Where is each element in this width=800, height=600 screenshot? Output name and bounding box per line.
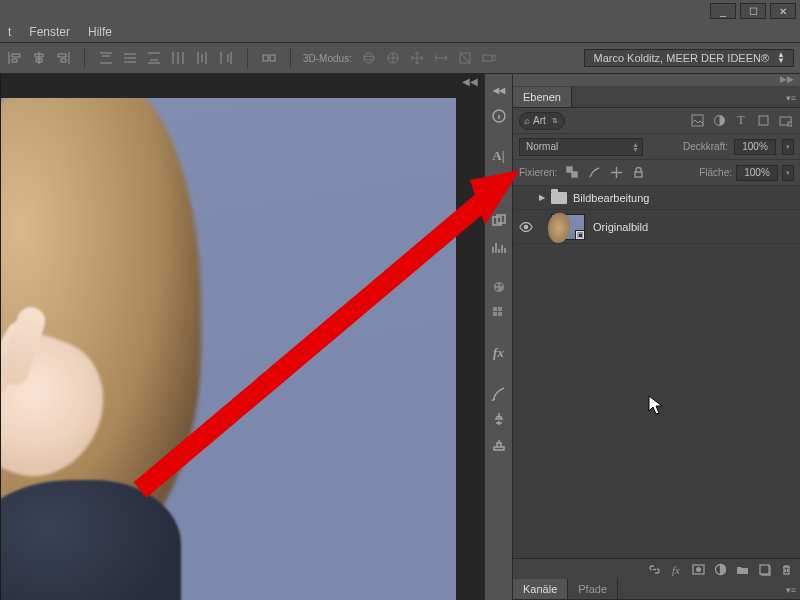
fill-label: Fläche:	[699, 167, 732, 178]
svg-rect-17	[498, 312, 502, 316]
workspace-switcher[interactable]: Marco Kolditz, MEER DER IDEEN® ▲▼	[584, 49, 794, 67]
blend-mode-dropdown[interactable]: Normal ▲▼	[519, 138, 643, 156]
collapse-right-icon[interactable]: ▶▶	[513, 74, 800, 86]
svg-rect-0	[263, 55, 268, 61]
navigator-panel-icon[interactable]	[487, 209, 511, 233]
align-left-icon[interactable]	[6, 49, 24, 67]
layer-filter-label: Art	[533, 115, 546, 126]
paragraph-panel-icon[interactable]: ¶	[487, 170, 511, 194]
filter-smartobject-icon[interactable]	[776, 112, 794, 130]
brush-panel-icon[interactable]	[487, 381, 511, 405]
svg-point-13	[495, 288, 497, 290]
window-close-button[interactable]: ✕	[770, 3, 796, 19]
canvas-area[interactable]: ◀◀	[0, 74, 484, 600]
tab-kanaele[interactable]: Kanäle	[513, 579, 568, 599]
menu-item-fenster[interactable]: Fenster	[29, 25, 70, 39]
new-layer-icon[interactable]	[754, 561, 774, 579]
layer-thumbnail[interactable]: ▣	[551, 214, 585, 240]
window-maximize-button[interactable]: ☐	[740, 3, 766, 19]
fill-step-icon[interactable]: ▾	[782, 165, 794, 181]
filter-adjustment-icon[interactable]	[710, 112, 728, 130]
link-layers-icon[interactable]	[644, 561, 664, 579]
filter-type-icon[interactable]: T	[732, 112, 750, 130]
3d-orbit-icon[interactable]	[360, 49, 378, 67]
tab-pfade[interactable]: Pfade	[568, 579, 618, 599]
panel-menu-icon[interactable]: ▾≡	[782, 93, 800, 107]
adjustment-layer-icon[interactable]	[710, 561, 730, 579]
svg-rect-21	[759, 116, 768, 125]
brush-presets-panel-icon[interactable]	[487, 407, 511, 431]
layer-filter-dropdown[interactable]: ⌕ Art ⇅	[519, 112, 565, 130]
mode3d-label: 3D-Modus:	[303, 53, 352, 64]
dropdown-arrows-icon: ▲▼	[777, 52, 785, 64]
right-panels: ▶▶ Ebenen ▾≡ ⌕ Art ⇅ T	[512, 74, 800, 600]
svg-rect-24	[567, 167, 572, 172]
auto-align-icon[interactable]	[260, 49, 278, 67]
options-bar: 3D-Modus: Marco Kolditz, MEER DER IDEEN®…	[0, 42, 800, 74]
svg-rect-23	[788, 122, 792, 126]
svg-point-10	[494, 282, 504, 292]
filter-pixel-icon[interactable]	[688, 112, 706, 130]
delete-layer-icon[interactable]	[776, 561, 796, 579]
distribute-left-icon[interactable]	[169, 49, 187, 67]
menu-item-hilfe[interactable]: Hilfe	[88, 25, 112, 39]
styles-panel-icon[interactable]: fx	[487, 341, 511, 365]
visibility-toggle[interactable]	[513, 220, 539, 234]
tab-ebenen[interactable]: Ebenen	[513, 87, 572, 107]
3d-scale-icon[interactable]	[456, 49, 474, 67]
layer-list: ▶ Bildbearbeitung ▣ Originalbild	[513, 186, 800, 558]
svg-rect-6	[483, 55, 492, 61]
distribute-hcenter-icon[interactable]	[193, 49, 211, 67]
svg-point-3	[364, 56, 374, 60]
svg-rect-14	[493, 307, 497, 311]
svg-rect-31	[760, 565, 769, 574]
3d-roll-icon[interactable]	[384, 49, 402, 67]
layers-panel-bottom: fx	[513, 558, 800, 580]
layer-name[interactable]: Originalbild	[593, 221, 648, 233]
window-minimize-button[interactable]: _	[710, 3, 736, 19]
layer-name[interactable]: Bildbearbeitung	[573, 192, 649, 204]
expand-group-icon[interactable]: ▶	[539, 193, 551, 202]
fill-input[interactable]: 100%	[736, 165, 778, 181]
swatches-panel-icon[interactable]	[487, 301, 511, 325]
clone-source-panel-icon[interactable]	[487, 433, 511, 457]
opacity-label: Deckkraft:	[683, 141, 728, 152]
opacity-step-icon[interactable]: ▾	[782, 139, 794, 155]
svg-rect-26	[635, 172, 642, 177]
collapse-left-icon[interactable]: ◀◀	[460, 74, 480, 89]
filter-shape-icon[interactable]	[754, 112, 772, 130]
layer-mask-icon[interactable]	[688, 561, 708, 579]
3d-camera-icon[interactable]	[480, 49, 498, 67]
distribute-right-icon[interactable]	[217, 49, 235, 67]
document-canvas[interactable]	[1, 98, 456, 600]
layer-item[interactable]: ▣ Originalbild	[513, 210, 800, 244]
menu-bar: t Fenster Hilfe	[0, 22, 800, 42]
layer-fx-icon[interactable]: fx	[666, 561, 686, 579]
panel-menu-icon[interactable]: ▾≡	[782, 585, 800, 599]
3d-slide-icon[interactable]	[432, 49, 450, 67]
lock-all-icon[interactable]	[629, 164, 647, 182]
workspace-name: Marco Kolditz, MEER DER IDEEN®	[593, 52, 769, 64]
distribute-vcenter-icon[interactable]	[121, 49, 139, 67]
3d-pan-icon[interactable]	[408, 49, 426, 67]
lock-transparent-icon[interactable]	[563, 164, 581, 182]
align-hcenter-icon[interactable]	[30, 49, 48, 67]
collapse-icon[interactable]: ◀◀	[487, 78, 511, 102]
svg-rect-1	[270, 55, 275, 61]
lock-image-icon[interactable]	[585, 164, 603, 182]
character-panel-icon[interactable]: A|	[487, 144, 511, 168]
color-panel-icon[interactable]	[487, 275, 511, 299]
svg-rect-19	[692, 115, 703, 126]
lock-position-icon[interactable]	[607, 164, 625, 182]
histogram-panel-icon[interactable]	[487, 235, 511, 259]
svg-rect-18	[494, 447, 504, 450]
align-right-icon[interactable]	[54, 49, 72, 67]
opacity-input[interactable]: 100%	[734, 139, 776, 155]
info-panel-icon[interactable]	[487, 104, 511, 128]
layer-group[interactable]: ▶ Bildbearbeitung	[513, 186, 800, 210]
distribute-bottom-icon[interactable]	[145, 49, 163, 67]
panel-icon-strip: ◀◀ A| ¶ fx	[484, 74, 512, 600]
menu-item-partial[interactable]: t	[8, 25, 11, 39]
new-group-icon[interactable]	[732, 561, 752, 579]
distribute-top-icon[interactable]	[97, 49, 115, 67]
